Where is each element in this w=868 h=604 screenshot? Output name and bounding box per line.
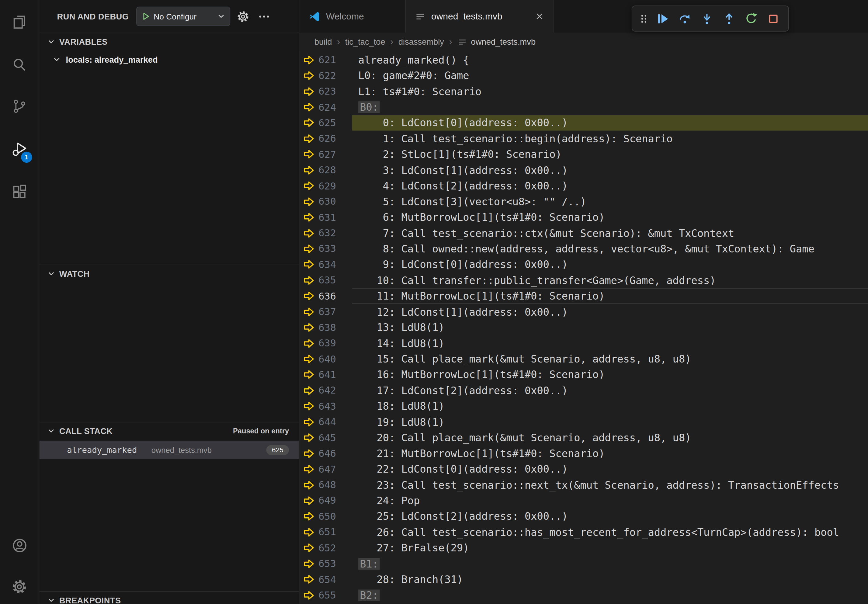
breakpoint-gutter[interactable] xyxy=(299,307,318,317)
run-debug-icon[interactable]: 1 xyxy=(6,136,33,163)
code-line[interactable]: 626 1: Call test_scenario::begin(address… xyxy=(299,131,868,147)
code-line[interactable]: 645 20: Call place_mark(&mut Scenario, a… xyxy=(299,430,868,446)
breadcrumb-item-tic-tac-toe[interactable]: tic_tac_toe xyxy=(345,37,385,46)
line-text[interactable]: 7: Call test_scenario::ctx(&mut Scenario… xyxy=(352,225,868,241)
line-text[interactable]: 15: Call place_mark(&mut Scenario, addre… xyxy=(352,351,868,367)
breakpoint-gutter[interactable] xyxy=(299,417,318,427)
breakpoint-gutter[interactable] xyxy=(299,212,318,223)
line-text[interactable]: already_marked() { xyxy=(352,52,868,68)
breakpoint-gutter[interactable] xyxy=(299,432,318,443)
code-line[interactable]: 621 already_marked() { xyxy=(299,52,868,68)
line-text[interactable]: 11: MutBorrowLoc[1](ts#1#0: Scenario) xyxy=(352,288,868,304)
line-number[interactable]: 639 xyxy=(318,338,336,348)
code-line[interactable]: 638 13: LdU8(1) xyxy=(299,320,868,336)
line-text[interactable]: 27: BrFalse(29) xyxy=(352,540,868,556)
breakpoint-gutter[interactable] xyxy=(299,511,318,522)
variables-section-header[interactable]: VARIABLES xyxy=(39,33,299,50)
line-number[interactable]: 636 xyxy=(318,290,336,301)
code-line[interactable]: 623 L1: ts#1#0: Scenario xyxy=(299,84,868,99)
code-line[interactable]: 632 7: Call test_scenario::ctx(&mut Scen… xyxy=(299,225,868,241)
more-actions-icon[interactable] xyxy=(256,8,272,25)
line-text[interactable]: 16: MutBorrowLoc[1](ts#1#0: Scenario) xyxy=(352,367,868,383)
code-line[interactable]: 636 11: MutBorrowLoc[1](ts#1#0: Scenario… xyxy=(299,288,868,304)
line-number[interactable]: 637 xyxy=(318,306,336,317)
line-number[interactable]: 650 xyxy=(318,511,336,522)
line-text[interactable]: L1: ts#1#0: Scenario xyxy=(352,84,868,99)
step-out-button[interactable] xyxy=(719,8,740,30)
restart-button[interactable] xyxy=(741,8,761,30)
code-line[interactable]: 641 16: MutBorrowLoc[1](ts#1#0: Scenario… xyxy=(299,367,868,383)
line-number[interactable]: 635 xyxy=(318,275,336,286)
breakpoint-gutter[interactable] xyxy=(299,197,318,207)
code-line[interactable]: 643 18: LdU8(1) xyxy=(299,398,868,414)
line-text[interactable]: 4: LdConst[2](address: 0x00..) xyxy=(352,178,868,194)
line-number[interactable]: 633 xyxy=(318,243,336,254)
breakpoint-gutter[interactable] xyxy=(299,118,318,129)
code-line[interactable]: 629 4: LdConst[2](address: 0x00..) xyxy=(299,178,868,194)
breadcrumb-item-build[interactable]: build xyxy=(315,37,332,46)
breakpoint-gutter[interactable] xyxy=(299,244,318,254)
line-number[interactable]: 647 xyxy=(318,464,336,475)
code-line[interactable]: 653 B1: xyxy=(299,556,868,571)
code-line[interactable]: 625 0: LdConst[0](address: 0x00..) xyxy=(299,115,868,131)
step-into-button[interactable] xyxy=(696,8,718,30)
line-number[interactable]: 640 xyxy=(318,353,336,364)
line-text[interactable]: 6: MutBorrowLoc[1](ts#1#0: Scenario) xyxy=(352,209,868,225)
line-text[interactable]: 18: LdU8(1) xyxy=(352,398,868,414)
code-line[interactable]: 631 6: MutBorrowLoc[1](ts#1#0: Scenario) xyxy=(299,209,868,225)
line-text[interactable]: 21: MutBorrowLoc[1](ts#1#0: Scenario) xyxy=(352,446,868,462)
line-number[interactable]: 654 xyxy=(318,574,336,585)
line-text[interactable]: 19: LdU8(1) xyxy=(352,414,868,430)
stop-button[interactable] xyxy=(763,8,784,30)
breadcrumb-item-disassembly[interactable]: disassembly xyxy=(398,37,444,46)
breakpoint-gutter[interactable] xyxy=(299,574,318,585)
code-line[interactable]: 622 L0: game#2#0: Game xyxy=(299,68,868,84)
line-text[interactable]: 25: LdConst[2](address: 0x00..) xyxy=(352,508,868,524)
line-number[interactable]: 624 xyxy=(318,102,336,113)
breakpoint-gutter[interactable] xyxy=(299,322,318,333)
source-control-icon[interactable] xyxy=(6,93,33,119)
line-number[interactable]: 651 xyxy=(318,527,336,538)
code-line[interactable]: 633 8: Call owned::new(address, address,… xyxy=(299,241,868,257)
code-line[interactable]: 635 10: Call transfer::public_transfer<G… xyxy=(299,273,868,288)
line-text[interactable]: 20: Call place_mark(&mut Scenario, addre… xyxy=(352,430,868,446)
line-number[interactable]: 641 xyxy=(318,369,336,380)
line-number[interactable]: 652 xyxy=(318,542,336,553)
code-line[interactable]: 651 26: Call test_scenario::has_most_rec… xyxy=(299,524,868,540)
line-text[interactable]: 23: Call test_scenario::next_tx(&mut Sce… xyxy=(352,477,868,493)
line-number[interactable]: 646 xyxy=(318,448,336,459)
step-over-button[interactable] xyxy=(674,8,695,30)
breakpoint-gutter[interactable] xyxy=(299,385,318,396)
line-text[interactable]: 14: LdU8(1) xyxy=(352,336,868,351)
breakpoint-gutter[interactable] xyxy=(299,401,318,412)
line-text[interactable]: 13: LdU8(1) xyxy=(352,320,868,336)
line-text[interactable]: 2: StLoc[1](ts#1#0: Scenario) xyxy=(352,147,868,163)
line-number[interactable]: 627 xyxy=(318,149,336,160)
line-text[interactable]: 0: LdConst[0](address: 0x00..) xyxy=(352,115,868,131)
line-number[interactable]: 630 xyxy=(318,196,336,207)
line-number[interactable]: 629 xyxy=(318,180,336,191)
line-number[interactable]: 622 xyxy=(318,70,336,81)
explorer-icon[interactable] xyxy=(6,9,33,35)
line-text[interactable]: 3: LdConst[1](address: 0x00..) xyxy=(352,162,868,178)
close-icon[interactable] xyxy=(535,12,544,21)
line-text[interactable]: 5: LdConst[3](vector<u8>: "" /..) xyxy=(352,194,868,209)
call-stack-frame[interactable]: already_marked owned_tests.mvb 625 xyxy=(39,441,299,459)
breakpoint-gutter[interactable] xyxy=(299,275,318,286)
line-number[interactable]: 649 xyxy=(318,495,336,506)
breakpoint-gutter[interactable] xyxy=(299,70,318,81)
code-line[interactable]: 630 5: LdConst[3](vector<u8>: "" /..) xyxy=(299,194,868,209)
line-number[interactable]: 625 xyxy=(318,118,336,129)
line-text[interactable]: L0: game#2#0: Game xyxy=(352,68,868,84)
code-line[interactable]: 634 9: LdConst[0](address: 0x00..) xyxy=(299,257,868,273)
tab-owned-tests[interactable]: owned_tests.mvb xyxy=(406,0,553,33)
line-number[interactable]: 655 xyxy=(318,590,336,601)
breadcrumb-item-file[interactable]: owned_tests.mvb xyxy=(457,37,536,47)
continue-button[interactable] xyxy=(652,8,673,30)
code-line[interactable]: 650 25: LdConst[2](address: 0x00..) xyxy=(299,508,868,524)
line-number[interactable]: 621 xyxy=(318,54,336,65)
watch-section-header[interactable]: WATCH xyxy=(39,265,299,282)
line-text[interactable]: 28: Branch(31) xyxy=(352,571,868,587)
code-line[interactable]: 637 12: LdConst[1](address: 0x00..) xyxy=(299,304,868,320)
breakpoint-gutter[interactable] xyxy=(299,558,318,569)
